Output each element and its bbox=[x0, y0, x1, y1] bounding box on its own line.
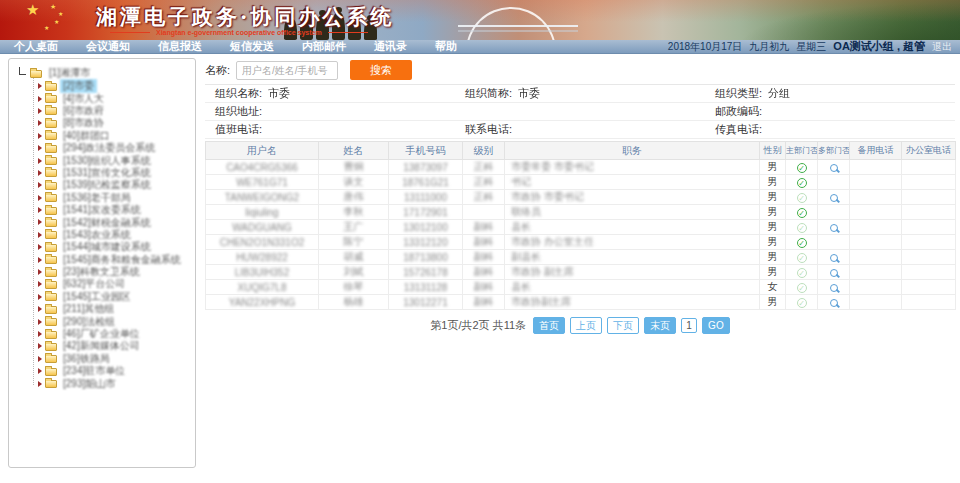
nav-item-meeting-notice[interactable]: 会议通知 bbox=[72, 39, 144, 54]
magnifier-icon[interactable] bbox=[830, 164, 838, 172]
search-button[interactable]: 搜索 bbox=[350, 60, 412, 80]
tree-collapsed-icon[interactable] bbox=[38, 133, 42, 139]
tree-node[interactable]: [1544]城市建设系统 bbox=[34, 241, 191, 253]
tree-node[interactable]: [1545]工业园区 bbox=[34, 291, 191, 303]
tree-node[interactable]: [1531]宣传文化系统 bbox=[34, 167, 191, 179]
table-row[interactable]: YAN22XHPNG杨雄13012271副科市政协副主席男✓ bbox=[206, 295, 956, 310]
tree-expanded-icon[interactable] bbox=[19, 67, 26, 75]
table-row[interactable]: WE761G71谈文18761G21正科书记男✓ bbox=[206, 175, 956, 190]
table-row[interactable]: CAO4CRG5366曹炯13873097正科市委常委 市委书记男✓ bbox=[206, 160, 956, 175]
nav-item-info-report[interactable]: 信息报送 bbox=[144, 39, 216, 54]
name-text: 杨雄 bbox=[344, 296, 364, 307]
tree-collapsed-icon[interactable] bbox=[38, 294, 42, 300]
nav-item-help[interactable]: 帮助 bbox=[421, 39, 471, 54]
tree-node[interactable]: [23]科教文卫系统 bbox=[34, 266, 191, 278]
table-row[interactable]: HUW28922胡威18713800副科副县长男✓ bbox=[206, 250, 956, 265]
tree-collapsed-icon[interactable] bbox=[38, 319, 42, 325]
cell-primary-dept: ✓ bbox=[786, 160, 818, 175]
table-header-row: 用户名姓名手机号码级别职务性别主部门否多部门否备用电话办公室电话 bbox=[206, 142, 956, 160]
tree-node[interactable]: [36]铁路局 bbox=[34, 353, 191, 365]
cell-multi-dept bbox=[818, 250, 850, 265]
cell-phone: 13131128 bbox=[389, 280, 463, 295]
folder-icon bbox=[45, 355, 57, 363]
tree-node[interactable]: [1541]发改委系统 bbox=[34, 204, 191, 216]
position-text: 县长 bbox=[511, 221, 531, 232]
magnifier-icon[interactable] bbox=[830, 224, 838, 232]
tree-collapsed-icon[interactable] bbox=[38, 145, 42, 151]
next-page-button[interactable]: 下页 bbox=[607, 317, 639, 334]
tree-collapsed-icon[interactable] bbox=[38, 306, 42, 312]
tree-node[interactable]: [46]厂矿企业单位 bbox=[34, 328, 191, 340]
search-input[interactable] bbox=[236, 61, 338, 80]
tree-node[interactable]: [1545]商务和粮食金融系统 bbox=[34, 253, 191, 265]
go-button[interactable]: GO bbox=[702, 317, 730, 334]
tree-collapsed-icon[interactable] bbox=[38, 207, 42, 213]
tree-collapsed-icon[interactable] bbox=[38, 219, 42, 225]
table-row[interactable]: LIB3UIH352刘斌15726178副科市政协 副主席男✓ bbox=[206, 265, 956, 280]
tree-node[interactable]: [4]市人大 bbox=[34, 92, 191, 104]
nav-item-contacts[interactable]: 通讯录 bbox=[360, 39, 421, 54]
tree-node[interactable]: [1536]老干部局 bbox=[34, 192, 191, 204]
nav-item-sms-send[interactable]: 短信发送 bbox=[216, 39, 288, 54]
tree-collapsed-icon[interactable] bbox=[38, 269, 42, 275]
tree-node[interactable]: [211]其他组 bbox=[34, 303, 191, 315]
tree-collapsed-icon[interactable] bbox=[38, 170, 42, 176]
tree-collapsed-icon[interactable] bbox=[38, 158, 42, 164]
first-page-button[interactable]: 首页 bbox=[533, 317, 565, 334]
tree-root-node[interactable]: [1]湘潭市 bbox=[19, 66, 191, 80]
tree-node[interactable]: [290]法检组 bbox=[34, 315, 191, 327]
tree-collapsed-icon[interactable] bbox=[38, 343, 42, 349]
tree-node[interactable]: [40]群团口 bbox=[34, 130, 191, 142]
tree-node[interactable]: [1543]农业系统 bbox=[34, 229, 191, 241]
logout-button[interactable]: 退出 bbox=[932, 40, 952, 54]
table-row[interactable]: CHEN2O1N331O2陈宁13312120副科市政协 办公室主任男✓ bbox=[206, 235, 956, 250]
tree-collapsed-icon[interactable] bbox=[38, 195, 42, 201]
tree-collapsed-icon[interactable] bbox=[38, 257, 42, 263]
tree-node-label[interactable]: [293]韶山市 bbox=[60, 377, 118, 391]
nav-item-internal-mail[interactable]: 内部邮件 bbox=[288, 39, 360, 54]
magnifier-icon[interactable] bbox=[830, 254, 838, 262]
tree-collapsed-icon[interactable] bbox=[38, 381, 42, 387]
gender-text: 男 bbox=[768, 236, 778, 247]
tree-node[interactable]: [1530]组织人事系统 bbox=[34, 154, 191, 166]
tree-collapsed-icon[interactable] bbox=[38, 182, 42, 188]
tree-collapsed-icon[interactable] bbox=[38, 368, 42, 374]
nav-item-personal-desktop[interactable]: 个人桌面 bbox=[0, 39, 72, 54]
cell-username: liqiuling bbox=[206, 205, 319, 220]
tree-collapsed-icon[interactable] bbox=[38, 108, 42, 114]
tree-collapsed-icon[interactable] bbox=[38, 281, 42, 287]
last-page-button[interactable]: 末页 bbox=[644, 317, 676, 334]
tree-node[interactable]: [2]市委 bbox=[34, 80, 191, 92]
tree-node[interactable]: [1542]财税金融系统 bbox=[34, 216, 191, 228]
position-text: 市政协副主席 bbox=[511, 296, 571, 307]
magnifier-icon[interactable] bbox=[830, 269, 838, 277]
tree-collapsed-icon[interactable] bbox=[38, 244, 42, 250]
tree-collapsed-icon[interactable] bbox=[38, 232, 42, 238]
magnifier-icon[interactable] bbox=[830, 194, 838, 202]
tree-node[interactable]: [8]市政协 bbox=[34, 117, 191, 129]
tree-node[interactable]: [6]市政府 bbox=[34, 105, 191, 117]
magnifier-icon[interactable] bbox=[830, 284, 838, 292]
prev-page-button[interactable]: 上页 bbox=[570, 317, 602, 334]
magnifier-icon[interactable] bbox=[830, 299, 838, 307]
table-row[interactable]: WADGUANG王广13012100副科县长男✓ bbox=[206, 220, 956, 235]
tree-node[interactable]: [632]平台公司 bbox=[34, 278, 191, 290]
tree-collapsed-icon[interactable] bbox=[38, 120, 42, 126]
circle-check-icon: ✓ bbox=[797, 178, 807, 188]
tree-node[interactable]: [234]驻市单位 bbox=[34, 365, 191, 377]
tree-node[interactable]: [294]政法委员会系统 bbox=[34, 142, 191, 154]
tree-node[interactable]: [42]新闻媒体公司 bbox=[34, 340, 191, 352]
cell-backup-phone bbox=[850, 205, 902, 220]
tree-root-label[interactable]: [1]湘潭市 bbox=[46, 66, 93, 80]
tree-collapsed-icon[interactable] bbox=[38, 83, 42, 89]
tree-collapsed-icon[interactable] bbox=[38, 356, 42, 362]
name-text: 谈文 bbox=[344, 176, 364, 187]
tree-node[interactable]: [1539]纪检监察系统 bbox=[34, 179, 191, 191]
tree-node[interactable]: [293]韶山市 bbox=[34, 377, 191, 389]
page-number-input[interactable] bbox=[681, 318, 697, 333]
tree-collapsed-icon[interactable] bbox=[38, 96, 42, 102]
table-row[interactable]: liqiuling李秋17172901联络员男✓ bbox=[206, 205, 956, 220]
table-row[interactable]: XUQIG7L8徐琴13131128副科县长女✓ bbox=[206, 280, 956, 295]
table-row[interactable]: TANWEIGONG2唐伟13111000正科市政协 市委书记男✓ bbox=[206, 190, 956, 205]
tree-collapsed-icon[interactable] bbox=[38, 331, 42, 337]
